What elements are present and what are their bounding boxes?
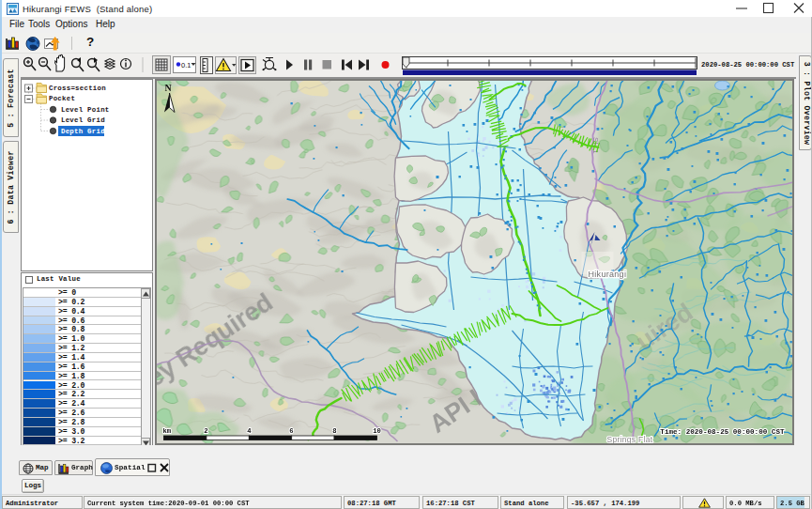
svg-text:2: 2 — [204, 427, 207, 435]
svg-text:10: 10 — [373, 427, 381, 435]
svg-text:Hikurangi: Hikurangi — [589, 270, 627, 279]
svg-text:N: N — [165, 83, 173, 93]
svg-text:Springs Flat: Springs Flat — [607, 435, 653, 443]
svg-text:6: 6 — [289, 427, 293, 435]
svg-text:4: 4 — [247, 427, 252, 435]
svg-text:0.1: 0.1 — [181, 61, 191, 69]
svg-text:km: km — [163, 427, 172, 435]
svg-text:Time: 2020-08-25 00:00:00 CST: Time: 2020-08-25 00:00:00 CST — [660, 428, 785, 436]
svg-text:8: 8 — [332, 427, 336, 435]
